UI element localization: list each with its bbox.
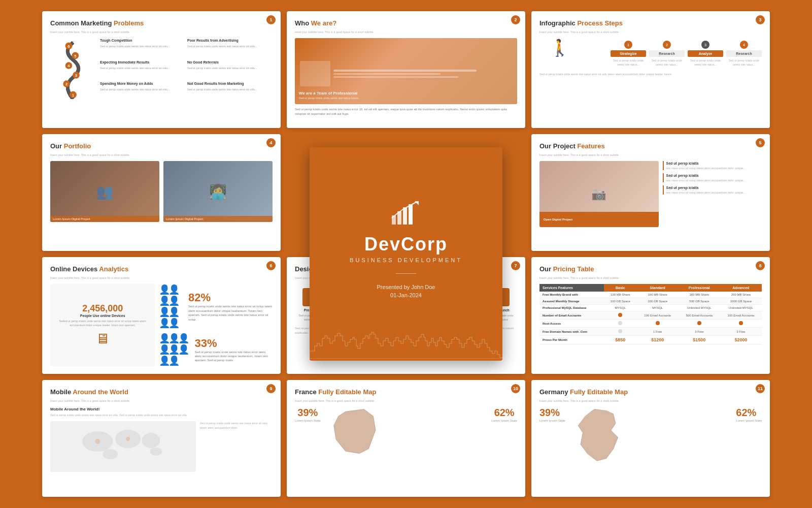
feature-item-2: Sed ut persp iciatis iste natus error si… [663,173,762,182]
stat-row-2: 👤👤👤👤👤👤👤👤 33% Sed ut persp iciatis unde s… [159,333,273,366]
problem-3: Expecting Immediate Results Sed ut persp… [100,60,185,80]
germany-label-1: Lorem Ipsum State [539,419,565,423]
slide-9-map-area: Sed ut persp iciatis unde semis iste nat… [50,421,273,472]
slide-number-10: 10 [511,384,520,393]
germany-stat-2: 62% Lorem Ipsum State [736,407,762,423]
slide-2-image: We are a Team of Professional Sed ut per… [295,38,517,104]
col-header-basic: Basic [604,284,637,292]
slide-9-title: Mobile Around the World [50,388,273,397]
slide-6[interactable]: 6 Online Devices Analytics Insert your s… [42,257,281,374]
svg-rect-26 [409,204,413,225]
slide-6-subtitle: Insert your subtitle here. This is a goo… [50,276,273,280]
stat-row-1: 👤👤👤👤👤👤👤👤 82% Sed ut persp iciatis unde s… [159,284,273,329]
table-price-row: Prices Per Month $850 $1200 $1500 $2000 [539,336,762,344]
slide-2-title: Who We are? [295,19,517,28]
table-row: Root Access [539,320,762,328]
feature-items: Sed ut persp iciatis iste natus error si… [663,161,762,227]
analytics-content: 2,456,000 People Use online Devices Sede… [50,284,273,366]
slide-1[interactable]: 1 Common Marketing Problems Insert your … [42,11,281,128]
france-pct-2: 62% [491,407,517,419]
people-icons-1: 👤👤👤👤👤👤👤👤 [159,284,185,329]
portfolio-caption-1: Lorem Ipsum Digital Project [50,216,159,222]
feature-item-3: Sed ut persp iciatis iste natus error si… [663,185,762,195]
devcorp-logo-icon [391,200,421,228]
feature-item-1: Sed ut persp iciatis iste natus error si… [663,161,762,170]
slide-9-stats: Sed ut persp iciatis unde semis iste nat… [200,421,273,472]
slide-6-title: Online Devices Analytics [50,265,273,274]
slide-4[interactable]: 4 Our Portfolio Insert your subtitle her… [42,134,281,251]
slide-2[interactable]: 2 Who We are? meet your subtitle here. T… [287,11,525,128]
slide-5-title: Our Project Features [539,142,762,151]
slide-9-subtitle: Insert your subtitle here. This is a goo… [50,399,273,403]
slide-number-4: 4 [266,138,276,147]
monitor-icon: 🖥 [95,330,110,347]
slide-1-subtitle: Insert your subtitle here. This is a goo… [50,30,273,34]
devcorp-date: 01-Jan-2024 [390,292,422,298]
portfolio-image-2: 👩‍💻 Lorem Ipsum Digital Project [163,161,273,222]
germany-stat-1: 39% Lorem Ipsum State [539,407,565,423]
slide-5[interactable]: 5 Our Project Features Insert your subti… [531,134,770,251]
slide-number-3: 3 [756,15,765,24]
svg-point-14 [142,433,160,448]
germany-label-2: Lorem Ipsum State [736,419,762,423]
slide-8[interactable]: 8 Our Pricing Table Insert your subtitle… [531,257,770,374]
big-label: People Use online Devices [80,314,125,318]
stat-pct-1: 82% [188,291,273,304]
slide-9-sub-title: Mobile Around the World! [50,407,273,411]
devcorp-tagline: Business Development [350,257,462,263]
portfolio-images: 👥 Lorem Ipsum Digital Project 👩‍💻 Lorem … [50,161,273,222]
slide-5-subtitle: Insert your subtitle here. This is a goo… [539,153,762,157]
slide-9-body: Sed ut persp iciatis unde semis iste nat… [50,413,273,417]
germany-map-content: 39% Lorem Ipsum State 62% Lorem Ipsum St… [539,407,762,470]
problem-1: Tough Competition Sed ut persp iciatis u… [100,38,185,58]
svg-point-18 [126,437,130,441]
france-label-2: Lorem Ipsum State [491,419,517,423]
table-row: Professional MySQL Database MYSQL MYSQL … [539,305,762,311]
devcorp-presenter: Presented by John Doe [377,284,435,290]
slide-11-subtitle: Insert your subtitle here. This is a goo… [539,399,762,403]
svg-point-17 [95,439,100,444]
slide-11[interactable]: 11 Germany Fully Editable Map Insert you… [531,380,770,497]
problem-6: Not Good Results from Marketing Sed ut p… [187,81,273,101]
stat-desc-1: Sed ut persp iciatis unde semis iste nat… [188,304,273,322]
slide-2-overlay-text: We are a Team of Professional [299,91,513,96]
france-map-shape [329,407,484,465]
slide-number-1: 1 [266,15,276,24]
slide-4-title: Our Portfolio [50,142,273,151]
slide-10-title: France Fully Editable Map [295,388,517,397]
slide-9[interactable]: 9 Mobile Around the World Insert your su… [42,380,281,497]
slide-number-6: 6 [266,261,276,270]
france-map-content: 39% Lorem Ipsum State 62% Lorem Ipsum St… [295,407,517,465]
table-row: Number of Email Accounts 100 Email Accou… [539,311,762,320]
slide-11-title: Germany Fully Editable Map [539,388,762,397]
stat-pct-2: 33% [195,337,273,350]
feature-content: 📷 Open Digital Project Sed ut persp icia… [539,161,762,227]
svg-marker-20 [333,409,376,454]
slide-10[interactable]: 10 France Fully Editable Map Insert your… [287,380,525,497]
analytics-small-desc: Seded ut persp iciatis unde semis iste n… [55,320,150,327]
problem-2: Poor Results from Advertising Sed ut per… [187,38,273,58]
svg-text:3: 3 [75,73,77,78]
slide-8-title: Our Pricing Table [539,265,762,274]
slide-2-subtitle: meet your subtitle here. This is a good … [295,30,517,34]
slide-3[interactable]: 3 Infographic Process Steps Insert your … [531,11,770,128]
portfolio-caption-2: Lorem Ipsum Digital Project [163,216,273,222]
table-row: Assured Monthly Storage 100 GB Space 100… [539,298,762,305]
svg-text:1: 1 [72,93,75,98]
slide-2-overlay: We are a Team of Professional Sed ut per… [295,38,517,104]
slide-4-subtitle: Insert your subtitle here. This is a goo… [50,153,273,157]
problems-list: Tough Competition Sed ut persp iciatis u… [100,38,273,101]
france-stat-2: 62% Lorem Ipsum State [491,407,517,423]
col-header-feature: Services Features [539,284,604,292]
problem-5: Spending More Money on Adds Sed ut persp… [100,81,185,101]
feature-image: 📷 Open Digital Project [539,161,659,227]
germany-map-shape [573,407,728,470]
feature-strip: Open Digital Project [539,212,659,227]
slide-number-7: 7 [511,261,520,270]
center-devcorp-slide: DevCorp Business Development Presented b… [310,147,502,361]
table-row: Free Domain Names with .Com 1 Free 3 Fre… [539,328,762,336]
table-row: Free Monthly Brand with 100 MB Share 100… [539,292,762,298]
big-number: 2,456,000 [82,303,123,314]
analytics-right-panel: 👤👤👤👤👤👤👤👤 82% Sed ut persp iciatis unde s… [159,284,273,366]
slide-number-5: 5 [756,138,765,147]
